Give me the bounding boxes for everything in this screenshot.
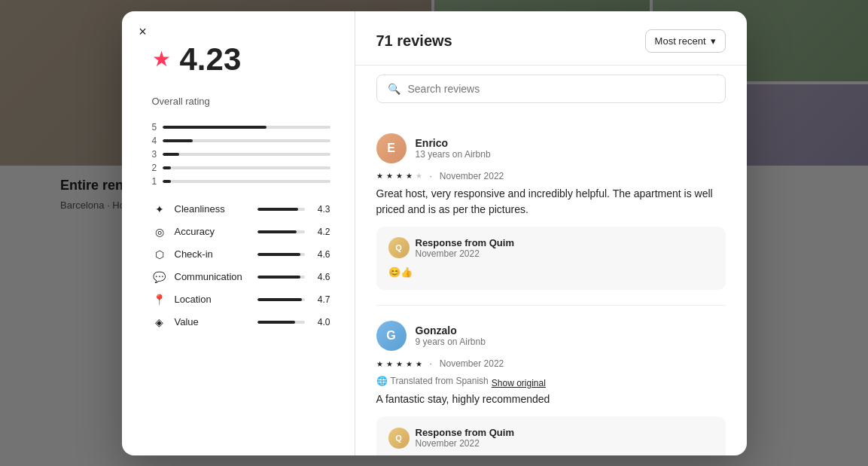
star-number: 5 — [152, 122, 158, 132]
right-panel: 71 reviews Most recent ▾ 🔍 E Enrico 13 y… — [355, 11, 747, 455]
star-bar-fill — [163, 139, 193, 142]
category-bar-fill — [257, 230, 297, 233]
category-rating-row: 💬 Communication 4.6 — [152, 270, 330, 285]
host-avatar: Q — [388, 237, 410, 258]
search-icon: 🔍 — [388, 83, 400, 95]
overall-rating-number: 4.23 — [180, 41, 242, 78]
category-bar-fill — [257, 298, 302, 301]
category-bar-track — [257, 208, 305, 211]
category-label: Cleanliness — [175, 203, 250, 215]
review-item: E Enrico 13 years on Airbnb ★★★★ ★ · Nov… — [376, 118, 726, 306]
host-response-text: Un placer Gonzalo🙂 — [388, 455, 714, 455]
category-icon: ✦ — [152, 202, 167, 217]
star-filled: ★ — [406, 360, 413, 368]
chevron-down-icon: ▾ — [711, 35, 716, 47]
star-filled: ★ — [386, 172, 393, 180]
review-date: November 2022 — [440, 171, 504, 181]
category-value: 4.0 — [312, 317, 330, 327]
star-bar-row: 5 — [152, 122, 330, 132]
review-stars: ★★★★★ · November 2022 — [376, 358, 726, 369]
modal-overlay: × ★ 4.23 Overall rating 5 4 3 2 — [0, 0, 868, 466]
star-bar-row: 2 — [152, 163, 330, 173]
review-text: A fantastic stay, highly recommended — [376, 391, 726, 407]
review-date: November 2022 — [440, 358, 504, 369]
reviewer-avatar: E — [376, 133, 407, 163]
reviewer-years: 9 years on Airbnb — [416, 337, 726, 347]
reviewer-name: Gonzalo — [416, 324, 726, 337]
sort-dropdown-button[interactable]: Most recent ▾ — [645, 29, 726, 53]
review-item: G Gonzalo 9 years on Airbnb ★★★★★ · Nove… — [376, 306, 726, 455]
rating-header: ★ 4.23 — [152, 41, 330, 78]
category-rating-row: ⬡ Check-in 4.6 — [152, 247, 330, 262]
reviewer-info: E Enrico 13 years on Airbnb — [376, 133, 726, 163]
overall-label: Overall rating — [152, 96, 330, 107]
left-panel: ★ 4.23 Overall rating 5 4 3 2 1 — [122, 11, 355, 455]
star-bar-track — [163, 180, 330, 183]
search-input[interactable] — [408, 83, 714, 95]
star-bar-fill — [163, 126, 266, 129]
search-bar: 🔍 — [376, 75, 726, 103]
host-response: Q Response from Quim November 2022 😊👍 — [376, 227, 726, 291]
star-filled: ★ — [416, 360, 422, 368]
host-response-title: Response from Quim — [416, 427, 714, 438]
star-bar-fill — [163, 180, 171, 183]
reviewer-years: 13 years on Airbnb — [416, 149, 726, 160]
review-bullet: · — [430, 358, 432, 369]
category-value: 4.7 — [312, 294, 330, 305]
sort-label: Most recent — [655, 35, 706, 47]
star-bar-track — [163, 139, 330, 142]
review-stars: ★★★★ ★ · November 2022 — [376, 171, 726, 181]
avatar-image: E — [376, 133, 407, 163]
category-bar-track — [257, 321, 305, 324]
category-icon: 💬 — [152, 270, 167, 285]
host-avatar: Q — [388, 428, 410, 449]
category-value: 4.6 — [312, 249, 330, 260]
star-empty: ★ — [416, 172, 422, 180]
category-bar-track — [257, 230, 305, 233]
review-text: Great host, very responsive and incredib… — [376, 186, 726, 218]
category-bar-track — [257, 253, 305, 256]
reviews-modal: × ★ 4.23 Overall rating 5 4 3 2 — [122, 11, 747, 455]
star-bar-row: 4 — [152, 136, 330, 146]
reviewer-meta: Gonzalo 9 years on Airbnb — [416, 324, 726, 347]
star-bar-row: 3 — [152, 149, 330, 160]
translated-badge: 🌐 Translated from Spanish Show original — [376, 373, 726, 388]
category-icon: ◈ — [152, 315, 167, 330]
reviewer-info: G Gonzalo 9 years on Airbnb — [376, 321, 726, 351]
category-rating-row: ✦ Cleanliness 4.3 — [152, 202, 330, 217]
category-icon: ◎ — [152, 224, 167, 239]
star-bar-track — [163, 166, 330, 169]
category-value: 4.3 — [312, 204, 330, 215]
category-value: 4.2 — [312, 227, 330, 237]
reviews-count: 71 reviews — [376, 32, 452, 50]
star-filled: ★ — [376, 360, 383, 368]
star-filled: ★ — [376, 172, 383, 180]
star-bar-row: 1 — [152, 176, 330, 187]
reviewer-name: Enrico — [416, 137, 726, 149]
category-icon: 📍 — [152, 292, 167, 307]
category-label: Location — [175, 294, 250, 305]
category-rating-row: ◎ Accuracy 4.2 — [152, 224, 330, 239]
host-response-text: 😊👍 — [388, 265, 714, 280]
star-bar-fill — [163, 166, 171, 169]
category-bar-fill — [257, 321, 295, 324]
star-filled: ★ — [406, 172, 413, 180]
modal-body: ★ 4.23 Overall rating 5 4 3 2 1 — [122, 11, 747, 455]
right-header: 71 reviews Most recent ▾ — [355, 11, 747, 65]
host-response-header: Q Response from Quim November 2022 — [388, 427, 714, 449]
category-label: Check-in — [175, 248, 250, 260]
category-label: Value — [175, 316, 250, 327]
host-response-meta: Response from Quim November 2022 — [416, 237, 714, 259]
reviewer-avatar: G — [376, 321, 407, 351]
reviewer-meta: Enrico 13 years on Airbnb — [416, 137, 726, 160]
host-response-title: Response from Quim — [416, 237, 714, 248]
star-bar-fill — [163, 153, 179, 156]
category-value: 4.6 — [312, 272, 330, 282]
modal-close-button[interactable]: × — [132, 22, 154, 43]
star-icon: ★ — [152, 47, 171, 72]
host-response: Q Response from Quim November 2022 Un pl… — [376, 416, 726, 455]
category-label: Communication — [175, 271, 250, 282]
show-original-button[interactable]: Show original — [492, 378, 546, 388]
category-rating-row: 📍 Location 4.7 — [152, 292, 330, 307]
host-response-date: November 2022 — [416, 248, 714, 259]
